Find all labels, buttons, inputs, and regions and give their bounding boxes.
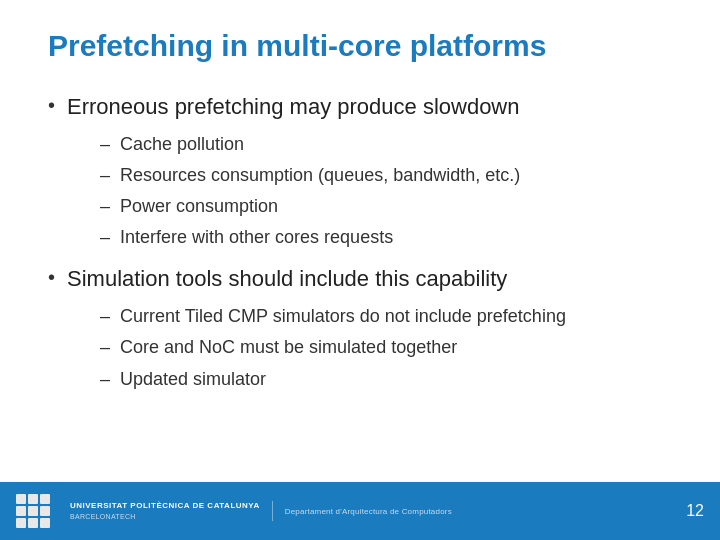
dash-icon-1-3: –	[100, 194, 110, 219]
footer-logo	[16, 494, 56, 528]
logo-dot	[28, 506, 38, 516]
upc-logo-grid	[16, 494, 50, 528]
footer-uni-sub: BARCELONATECH	[70, 512, 260, 521]
logo-dot	[16, 506, 26, 516]
slide: Prefetching in multi-core platforms • Er…	[0, 0, 720, 540]
bullet-text-2: Simulation tools should include this cap…	[67, 264, 507, 294]
sub-bullets-2: – Current Tiled CMP simulators do not in…	[100, 304, 672, 392]
sub-bullet-2-1: – Current Tiled CMP simulators do not in…	[100, 304, 672, 329]
logo-dot	[40, 506, 50, 516]
dash-icon-1-2: –	[100, 163, 110, 188]
bullet-2: • Simulation tools should include this c…	[48, 264, 672, 294]
slide-content: Prefetching in multi-core platforms • Er…	[0, 0, 720, 482]
sub-bullet-1-4: – Interfere with other cores requests	[100, 225, 672, 250]
sub-bullet-1-2: – Resources consumption (queues, bandwid…	[100, 163, 672, 188]
dash-icon-1-1: –	[100, 132, 110, 157]
sub-text-2-1: Current Tiled CMP simulators do not incl…	[120, 304, 566, 329]
logo-dot	[28, 518, 38, 528]
sub-bullet-2-2: – Core and NoC must be simulated togethe…	[100, 335, 672, 360]
logo-dot	[16, 518, 26, 528]
sub-bullet-1-1: – Cache pollution	[100, 132, 672, 157]
slide-footer: UNIVERSITAT POLITÈCNICA DE CATALUNYA BAR…	[0, 482, 720, 540]
bullet-text-1: Erroneous prefetching may produce slowdo…	[67, 92, 519, 122]
bullet-dot-1: •	[48, 94, 55, 117]
logo-dot	[16, 494, 26, 504]
footer-dept: Departament d'Arquitectura de Computador…	[285, 507, 452, 516]
sub-text-1-1: Cache pollution	[120, 132, 244, 157]
sub-text-2-2: Core and NoC must be simulated together	[120, 335, 457, 360]
logo-dot	[40, 518, 50, 528]
sub-text-1-2: Resources consumption (queues, bandwidth…	[120, 163, 520, 188]
dash-icon-2-2: –	[100, 335, 110, 360]
sub-text-2-3: Updated simulator	[120, 367, 266, 392]
sub-bullet-1-3: – Power consumption	[100, 194, 672, 219]
footer-page-number: 12	[686, 502, 704, 520]
logo-dot	[28, 494, 38, 504]
bullet-dot-2: •	[48, 266, 55, 289]
dash-icon-1-4: –	[100, 225, 110, 250]
sub-bullets-1: – Cache pollution – Resources consumptio…	[100, 132, 672, 251]
footer-university-block: UNIVERSITAT POLITÈCNICA DE CATALUNYA BAR…	[70, 501, 273, 520]
dash-icon-2-3: –	[100, 367, 110, 392]
footer-uni-name: UNIVERSITAT POLITÈCNICA DE CATALUNYA	[70, 501, 260, 511]
dash-icon-2-1: –	[100, 304, 110, 329]
slide-title: Prefetching in multi-core platforms	[48, 28, 672, 64]
sub-text-1-4: Interfere with other cores requests	[120, 225, 393, 250]
bullet-1: • Erroneous prefetching may produce slow…	[48, 92, 672, 122]
sub-text-1-3: Power consumption	[120, 194, 278, 219]
sub-bullet-2-3: – Updated simulator	[100, 367, 672, 392]
logo-dot	[40, 494, 50, 504]
